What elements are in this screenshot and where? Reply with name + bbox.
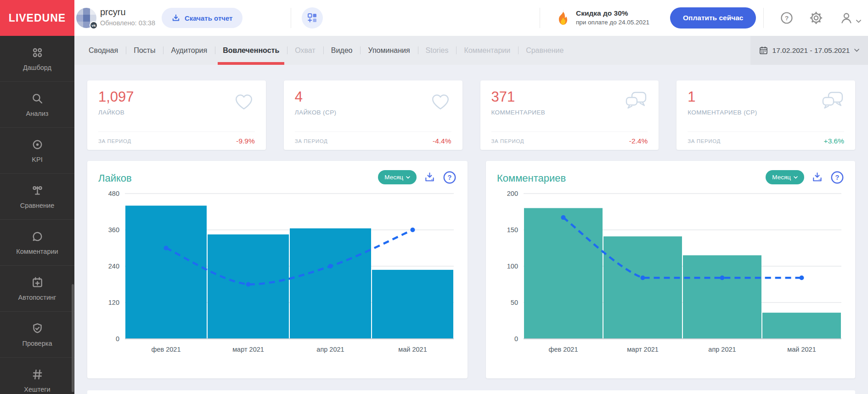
- sidebar-item-label: Автопостинг: [18, 294, 56, 301]
- tab-item[interactable]: Комментарии: [456, 36, 518, 65]
- sidebar-item-comment-bubble[interactable]: Комментарии: [0, 220, 74, 266]
- sidebar-scrollbar[interactable]: [72, 284, 74, 392]
- sidebar-item-label: Комментарии: [16, 248, 58, 255]
- stat-cards-row: 1,097 ЛАЙКОВ ЗА ПЕРИОД -9.9% 4 ЛАЙКОВ (С…: [87, 80, 855, 150]
- stat-card: 371 КОММЕНТАРИЕВ ЗА ПЕРИОД -2.4%: [480, 80, 659, 150]
- comment-bubble-icon: [31, 230, 44, 243]
- stat-delta: +3.6%: [824, 137, 844, 145]
- stat-value: 1,097: [98, 90, 134, 105]
- sidebar-item-target[interactable]: KPI: [0, 128, 74, 174]
- tab-item[interactable]: Вовлеченность: [215, 36, 287, 65]
- sidebar-nav: Дашборд Анализ KPI Сравнение Комментарии…: [0, 36, 74, 394]
- stat-label: ЛАЙКОВ (СР): [295, 109, 337, 116]
- stat-value: 371: [491, 90, 546, 105]
- svg-text:март 2021: март 2021: [627, 346, 659, 353]
- heart-icon: [233, 91, 255, 112]
- livedune-logo: LIVEDUNE: [0, 0, 74, 36]
- tab-item[interactable]: Сравнение: [518, 36, 571, 65]
- stat-card-footer: ЗА ПЕРИОД -4.4%: [295, 131, 451, 150]
- svg-text:100: 100: [507, 263, 518, 270]
- period-selector[interactable]: Месяц: [378, 170, 417, 184]
- tab-item[interactable]: Упоминания: [360, 36, 417, 65]
- chart-help-icon[interactable]: ?: [830, 171, 844, 184]
- tab-item[interactable]: Охват: [287, 36, 323, 65]
- svg-text:фев 2021: фев 2021: [549, 346, 578, 353]
- user-icon[interactable]: [840, 11, 853, 25]
- sidebar-item-dashboard-grid[interactable]: Дашборд: [0, 36, 74, 82]
- sidebar-item-label: Анализ: [26, 110, 49, 117]
- tab-item[interactable]: Сводная: [81, 36, 126, 65]
- sidebar-item-shield-check[interactable]: Проверка: [0, 312, 74, 358]
- date-range-picker[interactable]: 17.02.2021 - 17.05.2021: [750, 36, 868, 65]
- chart-title: Комментариев: [497, 172, 566, 184]
- stat-delta: -4.4%: [433, 137, 451, 145]
- promo-title: Скидка до 30%: [576, 9, 649, 17]
- chart-help-icon[interactable]: ?: [443, 171, 457, 184]
- sidebar-item-calendar-plus[interactable]: Автопостинг: [0, 266, 74, 312]
- stat-card: 1 КОММЕНТАРИЕВ (СР) ЗА ПЕРИОД +3.6%: [676, 80, 855, 150]
- help-icon[interactable]: ?: [780, 11, 794, 25]
- section-tab-bar: СводнаяПостыАудиторияВовлеченностьОхватВ…: [74, 36, 868, 65]
- chart-title: Лайков: [98, 172, 132, 184]
- download-chart-icon[interactable]: [812, 171, 823, 183]
- svg-text:150: 150: [507, 226, 518, 234]
- svg-text:240: 240: [108, 263, 119, 270]
- sidebar-item-label: Проверка: [23, 340, 52, 347]
- download-report-button[interactable]: Скачать отчет: [162, 8, 242, 28]
- account-name: prcyru: [100, 7, 126, 17]
- sidebar-item-search[interactable]: Анализ: [0, 82, 74, 128]
- search-icon: [31, 92, 44, 105]
- tab-bar-tabs: СводнаяПостыАудиторияВовлеченностьОхватВ…: [81, 36, 571, 65]
- shield-check-icon: [31, 322, 44, 335]
- chart-controls: Месяц ?: [378, 170, 457, 184]
- target-icon: [31, 138, 44, 151]
- comments-icon: [821, 91, 844, 111]
- app-header: LIVEDUNE vk prcyru Обновлено: 03:38 Скач…: [0, 0, 868, 36]
- sidebar-items: Дашборд Анализ KPI Сравнение Комментарии…: [0, 36, 74, 394]
- tab-item[interactable]: Видео: [323, 36, 361, 65]
- add-widget-grid-button[interactable]: [302, 7, 323, 29]
- tab-item[interactable]: Аудитория: [163, 36, 215, 65]
- sidebar-item-label: Дашборд: [23, 64, 51, 71]
- tab-item[interactable]: Посты: [126, 36, 163, 65]
- stat-card-footer: ЗА ПЕРИОД +3.6%: [688, 131, 844, 150]
- download-chart-icon[interactable]: [424, 171, 435, 183]
- sidebar-item-hashtag[interactable]: Хештеги: [0, 358, 74, 394]
- download-icon: [172, 14, 180, 22]
- stat-card-footer: ЗА ПЕРИОД -2.4%: [491, 131, 648, 150]
- likes-chart-card: Лайков Месяц ? 0120240360480фев 2021март…: [87, 161, 468, 378]
- apps-grid-icon: [307, 13, 317, 23]
- promo-banner: Скидка до 30% при оплате до 24.05.2021: [576, 9, 649, 26]
- tab-item[interactable]: Stories: [418, 36, 457, 65]
- sidebar-item-scales[interactable]: Сравнение: [0, 174, 74, 220]
- chart-controls: Месяц ?: [766, 170, 844, 184]
- chart-header: Комментариев Месяц ?: [497, 170, 844, 184]
- account-avatar[interactable]: vk: [76, 8, 96, 28]
- hashtag-icon: [31, 368, 44, 381]
- gear-icon[interactable]: [809, 11, 823, 25]
- next-section-card-peek: [87, 390, 855, 394]
- stat-card-footer: ЗА ПЕРИОД -9.9%: [98, 131, 255, 150]
- header-divider: [291, 8, 291, 28]
- stat-card-top: 371 КОММЕНТАРИЕВ: [491, 90, 648, 116]
- chart-header: Лайков Месяц ?: [98, 170, 457, 184]
- dashboard-grid-icon: [31, 46, 44, 59]
- user-menu-chevron-icon[interactable]: [856, 17, 861, 25]
- comments-chart-card: Комментариев Месяц ? 050100150200фев 202…: [486, 161, 855, 378]
- svg-text:50: 50: [511, 299, 518, 306]
- stat-card-top: 1 КОММЕНТАРИЕВ (СР): [688, 90, 844, 116]
- stat-period-label: ЗА ПЕРИОД: [295, 138, 328, 144]
- svg-text:0: 0: [514, 335, 518, 343]
- stat-value: 1: [688, 90, 757, 105]
- stat-card-top: 1,097 ЛАЙКОВ: [98, 90, 255, 116]
- svg-text:0: 0: [116, 335, 119, 343]
- chart-plot[interactable]: 0120240360480фев 2021март 2021апр 2021ма…: [98, 187, 457, 356]
- svg-text:фев 2021: фев 2021: [152, 346, 181, 353]
- chart-plot[interactable]: 050100150200фев 2021март 2021апр 2021май…: [497, 187, 844, 356]
- stat-delta: -9.9%: [236, 137, 255, 145]
- svg-text:март 2021: март 2021: [232, 346, 264, 353]
- period-selector[interactable]: Месяц: [766, 170, 804, 184]
- sidebar-item-label: Хештеги: [24, 386, 50, 393]
- header-divider: [540, 8, 540, 28]
- pay-now-button[interactable]: Оплатить сейчас: [670, 7, 756, 29]
